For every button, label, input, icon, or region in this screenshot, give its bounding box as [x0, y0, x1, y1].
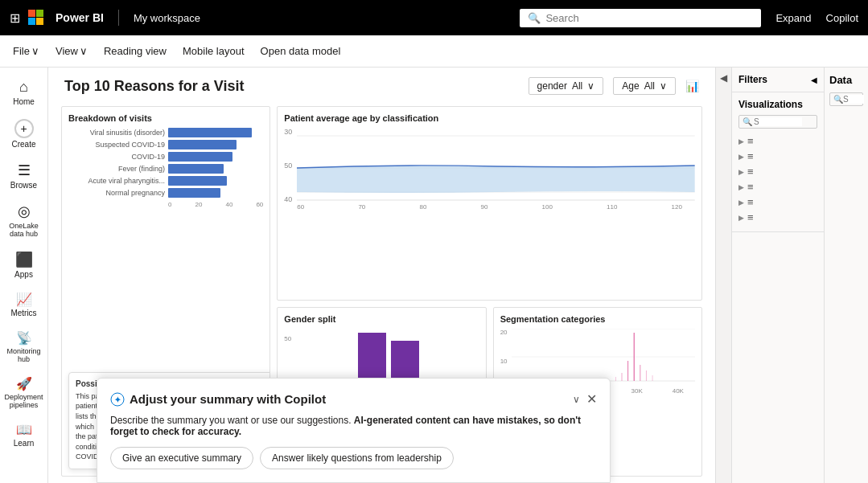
executive-summary-button[interactable]: Give an executive summary	[110, 447, 253, 469]
viz-row[interactable]: ▶ ≡	[738, 149, 817, 164]
search-icon: 🔍	[528, 12, 541, 24]
search-input[interactable]	[545, 12, 753, 24]
left-sidebar: ⌂ Home + Create ☰ Browse ◎ OneLakedata h…	[0, 68, 48, 483]
view-menu[interactable]: View ∨	[56, 45, 88, 57]
gender-filter[interactable]: gender All ∨	[529, 77, 604, 95]
sidebar-item-label: Metrics	[10, 309, 36, 317]
viz-search-input[interactable]	[754, 117, 802, 126]
sidebar-item-learn[interactable]: 📖 Learn	[2, 417, 47, 452]
main-content: Top 10 Reasons for a Visit gender All ∨ …	[48, 68, 715, 483]
deployment-icon: 🚀	[16, 376, 32, 391]
bar-row: Viral sinusitis (disorder)	[68, 128, 263, 137]
svg-rect-3	[36, 18, 43, 25]
bar-row: COVID-19	[68, 152, 263, 162]
create-icon: +	[14, 119, 34, 138]
copilot-description: Describe the summary you want or use our…	[110, 415, 597, 437]
expand-icon: ▶	[738, 153, 744, 161]
sidebar-item-deployment[interactable]: 🚀 Deploymentpipelines	[2, 371, 47, 414]
segmentation-title: Segmentation categories	[500, 314, 695, 324]
viz-type-icon: ≡	[747, 211, 754, 223]
sidebar-item-monitoring[interactable]: 📡 Monitoringhub	[2, 325, 47, 368]
workspace-label[interactable]: My workspace	[134, 12, 200, 24]
copilot-dialog: ✦ Adjust your summary with Copilot ∨ ✕ D…	[97, 378, 611, 483]
filters-tab[interactable]: Filters ◀	[732, 68, 824, 92]
collapse-icon: ◀	[720, 72, 727, 84]
expand-icon: ▶	[738, 214, 744, 222]
learn-icon: 📖	[16, 422, 32, 437]
leadership-questions-button[interactable]: Answer likely questions from leadership	[260, 447, 454, 469]
sidebar-item-label: OneLakedata hub	[9, 222, 39, 238]
sidebar-item-home[interactable]: ⌂ Home	[2, 74, 47, 111]
onelake-icon: ◎	[18, 203, 31, 220]
viz-type-icon: ≡	[747, 135, 754, 147]
monitoring-icon: 📡	[16, 330, 32, 346]
data-panel-title: Data	[829, 74, 863, 86]
viz-panel: Filters ◀ Visualizations 🔍 ▶ ≡ ▶ ≡	[731, 68, 824, 483]
data-search-input[interactable]	[843, 95, 864, 104]
report-header: Top 10 Reasons for a Visit gender All ∨ …	[48, 68, 715, 100]
divider	[118, 10, 119, 26]
age-filter-label: Age	[622, 80, 639, 92]
report-title: Top 10 Reasons for a Visit	[64, 78, 244, 95]
sidebar-item-metrics[interactable]: 📈 Metrics	[2, 287, 47, 322]
search-icon: 🔍	[833, 95, 843, 104]
visualizations-label: Visualizations	[738, 99, 817, 110]
sidebar-item-label: Create	[11, 140, 35, 149]
search-bar[interactable]: 🔍	[520, 9, 761, 27]
viz-row[interactable]: ▶ ≡	[738, 210, 817, 225]
bar-label: Suspected COVID-19	[68, 141, 165, 149]
home-icon: ⌂	[19, 79, 28, 96]
expand-icon: ▶	[738, 199, 744, 207]
viz-type-icon: ≡	[747, 196, 754, 208]
copilot-icon: ✦	[110, 392, 125, 407]
sidebar-item-onelake[interactable]: ◎ OneLakedata hub	[2, 198, 47, 243]
sidebar-item-label: Monitoringhub	[6, 347, 40, 363]
patient-avg-chart: Patient average age by classification 30…	[277, 106, 702, 301]
reading-view-btn[interactable]: Reading view	[104, 45, 167, 57]
metrics-icon: 📈	[16, 292, 32, 307]
patient-avg-title: Patient average age by classification	[284, 113, 695, 123]
search-icon: 🔍	[743, 117, 752, 126]
svg-rect-0	[28, 10, 35, 17]
copilot-header: ✦ Adjust your summary with Copilot ∨ ✕	[110, 391, 597, 407]
age-filter[interactable]: Age All ∨	[613, 77, 676, 95]
gender-filter-label: gender	[537, 80, 567, 92]
data-search[interactable]: 🔍	[829, 92, 863, 106]
topbar: ⊞ Power BI My workspace 🔍 Expand Copilot	[0, 0, 868, 35]
viz-type-icon: ≡	[747, 181, 754, 193]
sidebar-item-label: Learn	[14, 439, 35, 448]
copilot-chevron-icon[interactable]: ∨	[573, 394, 580, 405]
viz-search[interactable]: 🔍	[738, 115, 817, 129]
data-panel: Data 🔍	[824, 68, 868, 483]
gender-split-title: Gender split	[284, 314, 479, 324]
chart-icon[interactable]: 📊	[685, 80, 699, 92]
expand-label[interactable]: Expand	[775, 12, 811, 24]
bar-label: COVID-19	[68, 153, 165, 161]
copilot-close-button[interactable]: ✕	[586, 391, 597, 407]
collapse-panel-button[interactable]: ◀	[715, 68, 731, 483]
bar-label: Acute viral pharyngitis...	[68, 177, 165, 185]
viz-type-icon: ≡	[747, 166, 754, 178]
expand-icon: ▶	[738, 137, 744, 145]
bar-row: Normal pregnancy	[68, 188, 263, 198]
sidebar-item-create[interactable]: + Create	[2, 114, 47, 153]
copilot-title: ✦ Adjust your summary with Copilot	[110, 392, 326, 407]
viz-row[interactable]: ▶ ≡	[738, 164, 817, 179]
sidebar-item-label: Home	[13, 97, 35, 106]
bar-label: Normal pregnancy	[68, 189, 165, 197]
svg-rect-2	[28, 18, 35, 25]
copilot-label[interactable]: Copilot	[826, 12, 858, 24]
file-menu[interactable]: File ∨	[13, 45, 39, 57]
mobile-layout-btn[interactable]: Mobile layout	[183, 45, 245, 57]
open-data-model-btn[interactable]: Open data model	[261, 45, 341, 57]
viz-row[interactable]: ▶ ≡	[738, 179, 817, 194]
sidebar-item-browse[interactable]: ☰ Browse	[2, 157, 47, 194]
secondary-bar: File ∨ View ∨ Reading view Mobile layout…	[0, 35, 868, 68]
viz-type-icon: ≡	[747, 150, 754, 162]
waffle-icon[interactable]: ⊞	[10, 10, 20, 26]
viz-row[interactable]: ▶ ≡	[738, 194, 817, 210]
viz-row[interactable]: ▶ ≡	[738, 133, 817, 149]
sidebar-item-apps[interactable]: ⬛ Apps	[2, 246, 47, 284]
microsoft-logo	[28, 10, 44, 26]
expand-icon: ▶	[738, 183, 744, 191]
